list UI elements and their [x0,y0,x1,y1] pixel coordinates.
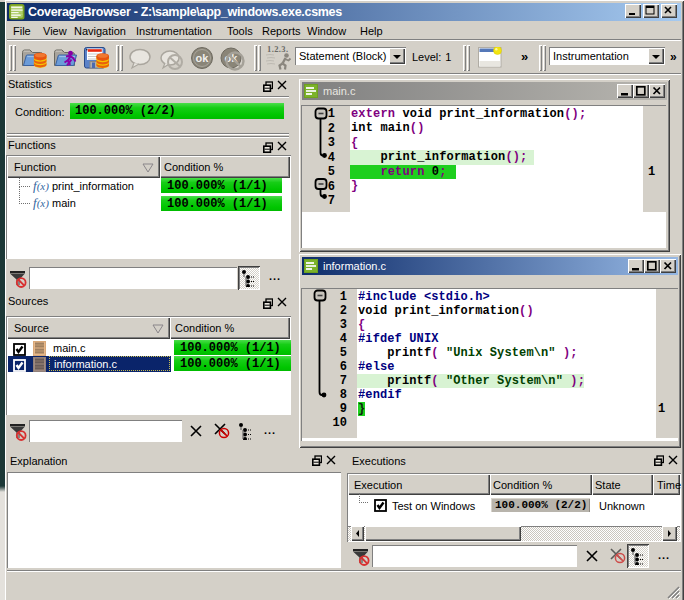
svg-text:1.2.3.: 1.2.3. [267,44,289,54]
svg-text:ok: ok [196,52,210,64]
